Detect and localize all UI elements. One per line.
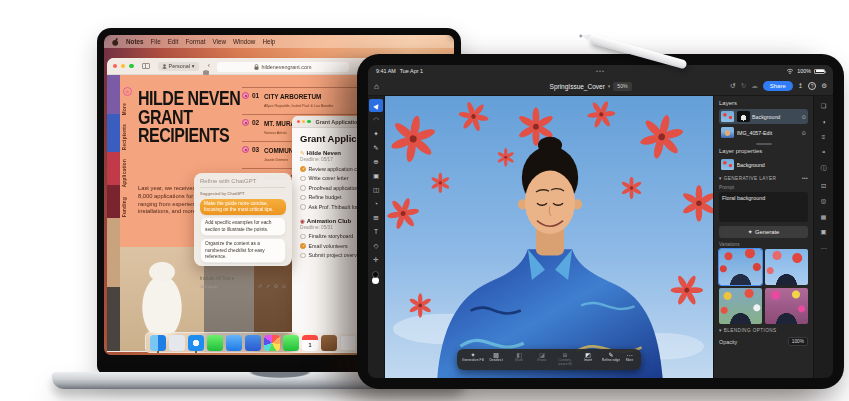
dock-safari[interactable] xyxy=(188,335,204,351)
layer-row[interactable]: Background ⊙ xyxy=(719,109,808,124)
suggestion-pill[interactable]: Add specific examples for each section t… xyxy=(200,217,286,235)
info-icon[interactable]: ⓘ xyxy=(820,164,826,173)
menu-format[interactable]: Format xyxy=(186,38,206,45)
menu-notes[interactable]: Notes xyxy=(126,38,144,45)
opacity-value[interactable]: 100% xyxy=(788,337,808,346)
play-icon[interactable] xyxy=(242,146,249,153)
cloud-sync-icon[interactable]: ☁ xyxy=(751,82,758,90)
color-swatch[interactable] xyxy=(371,271,381,284)
share-button[interactable]: Share xyxy=(763,81,793,91)
prompt-input[interactable]: Floral background xyxy=(719,192,808,222)
menu-edit[interactable]: Edit xyxy=(168,38,179,45)
minimize-button[interactable] xyxy=(302,120,305,123)
dock-messages[interactable] xyxy=(207,335,223,351)
close-button[interactable] xyxy=(297,120,300,123)
checkbox[interactable] xyxy=(300,195,306,201)
more-icon[interactable]: ••• xyxy=(802,176,808,181)
generative-layer-section[interactable]: ▾ GENERATIVE LAYER ••• xyxy=(719,176,808,181)
generative-fill-button[interactable]: ✦Generative Fill xyxy=(462,352,484,367)
comments-icon[interactable]: ❝ xyxy=(822,149,825,156)
visibility-eye-icon[interactable]: ⊙ xyxy=(801,114,806,120)
apple-menu-icon[interactable] xyxy=(112,38,119,46)
play-icon[interactable] xyxy=(242,119,249,126)
zoom-button[interactable] xyxy=(307,120,310,123)
generate-button[interactable]: ✦ Generate xyxy=(719,226,808,238)
dock-finder[interactable] xyxy=(150,335,166,351)
eraser-tool[interactable]: ◫ xyxy=(369,183,383,196)
variation-thumbnail[interactable] xyxy=(765,288,808,324)
healing-tool[interactable]: ⊕ xyxy=(369,155,383,168)
export-icon[interactable]: ⊡ xyxy=(821,182,826,189)
undo-icon[interactable]: ↺ xyxy=(730,82,735,90)
sidebar-icon[interactable] xyxy=(142,63,150,69)
nav-application[interactable]: Application xyxy=(122,159,127,187)
variation-thumbnail[interactable] xyxy=(719,288,762,324)
suggestion-pill[interactable]: Organize the content as a numbered check… xyxy=(200,238,286,263)
dock-wallet[interactable] xyxy=(321,335,337,351)
variation-thumbnail[interactable] xyxy=(719,249,762,285)
suggestion-pill[interactable]: Make the guide more concise, focusing on… xyxy=(200,199,286,215)
nav-funding[interactable]: Funding xyxy=(122,197,127,217)
checkbox[interactable] xyxy=(300,176,306,182)
move-tool[interactable]: ▶ xyxy=(369,99,383,112)
checkbox[interactable] xyxy=(300,185,306,191)
document-title[interactable]: SpringIssue_Cover xyxy=(550,83,605,90)
more-icon[interactable]: ⋯ xyxy=(820,244,826,251)
blending-options-section[interactable]: ▾ BLENDING OPTIONS xyxy=(719,328,808,333)
photoshop-canvas[interactable]: ✦Generative Fill ▨Deselect ◧Mask ◪Erase … xyxy=(385,96,713,378)
open-icon[interactable]: ↗ xyxy=(266,283,270,289)
properties-icon[interactable]: ❏ xyxy=(821,102,827,109)
menu-view[interactable]: View xyxy=(212,38,226,45)
dock-mail[interactable] xyxy=(226,335,242,351)
frame-tool[interactable]: ◇ xyxy=(369,239,383,252)
invert-button[interactable]: ◩Invert xyxy=(577,352,599,367)
nav-more[interactable]: More xyxy=(122,103,127,115)
menu-help[interactable]: Help xyxy=(262,38,275,45)
blur-tool[interactable]: ◔ xyxy=(369,197,383,210)
site-logo-icon[interactable]: ✳ xyxy=(123,87,132,96)
menu-file[interactable]: File xyxy=(151,38,161,45)
frame-icon[interactable]: ▣ xyxy=(821,228,827,235)
variation-thumbnail[interactable] xyxy=(765,249,808,285)
undo-icon[interactable]: ↺ xyxy=(258,283,262,289)
clone-stamp-tool[interactable]: ▣ xyxy=(369,169,383,182)
checkbox[interactable] xyxy=(300,253,306,259)
adjustments-icon[interactable]: ◑ xyxy=(822,118,826,125)
quick-select-tool[interactable]: ✦ xyxy=(369,127,383,140)
lasso-tool[interactable]: ◠ xyxy=(369,113,383,126)
refine-edge-button[interactable]: ✎Refine edge xyxy=(600,352,622,367)
address-bar[interactable]: hildenevengrant.com xyxy=(217,62,349,72)
dock-facetime[interactable] xyxy=(283,335,299,351)
nav-recipients[interactable]: Recipients xyxy=(122,124,127,150)
refine-input[interactable]: Refine with ChatGPT xyxy=(200,178,286,188)
include-text-dropdown[interactable]: Include All Text ▾ xyxy=(200,276,234,281)
checkbox[interactable] xyxy=(300,204,306,210)
help-icon[interactable]: ? xyxy=(808,82,816,90)
checkbox[interactable] xyxy=(300,234,306,240)
type-tool[interactable]: T xyxy=(369,225,383,238)
zoom-level[interactable]: 50% xyxy=(613,82,631,91)
more-button[interactable]: ⋯More xyxy=(623,352,636,367)
duplicate-icon[interactable]: ▦ xyxy=(821,213,827,220)
export-icon[interactable]: ↥ xyxy=(798,82,803,90)
preview-icon[interactable]: ◎ xyxy=(821,197,826,204)
dock-weather[interactable] xyxy=(245,335,261,351)
settings-icon[interactable]: ⚙ xyxy=(273,283,278,289)
checkbox[interactable] xyxy=(300,243,306,249)
close-button[interactable] xyxy=(113,64,117,68)
profile-menu[interactable]: Personal ▾ xyxy=(158,62,199,71)
dock-calendar[interactable]: 1 xyxy=(302,335,318,351)
dock-photos[interactable] xyxy=(264,335,280,351)
redo-icon[interactable]: ↻ xyxy=(741,82,746,90)
multitask-dots[interactable]: ••• xyxy=(596,68,605,74)
dock-launchpad[interactable] xyxy=(169,335,185,351)
layer-row[interactable]: IMG_4057-Edit ⊙ xyxy=(719,125,808,140)
brush-tool[interactable]: ✎ xyxy=(369,141,383,154)
zoom-button[interactable] xyxy=(129,64,133,68)
filters-icon[interactable]: ≡ xyxy=(822,133,826,140)
crop-tool[interactable]: ⊞ xyxy=(369,211,383,224)
target-icon[interactable]: ⊙ xyxy=(282,283,286,289)
checkbox[interactable] xyxy=(300,166,306,172)
eyedropper-tool[interactable]: ✛ xyxy=(369,253,383,266)
settings-icon[interactable]: ⚙ xyxy=(821,82,827,90)
